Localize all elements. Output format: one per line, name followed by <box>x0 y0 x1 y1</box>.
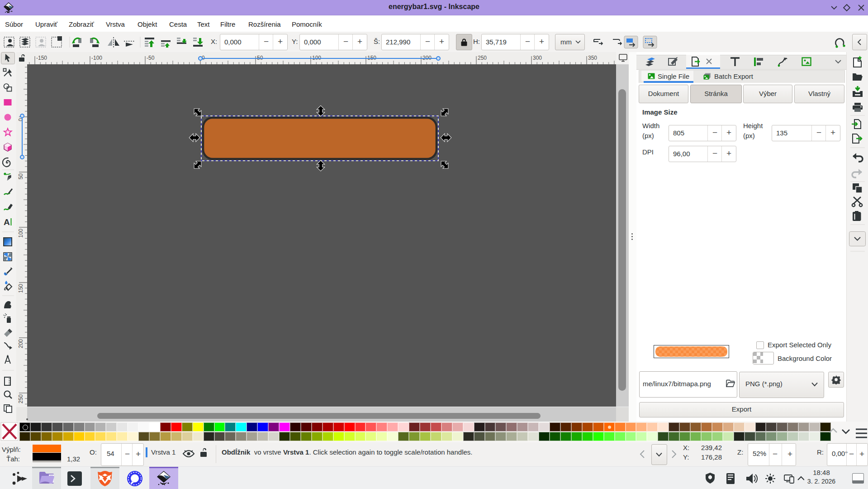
svg-text:250: 250 <box>478 55 487 61</box>
svg-text:-50: -50 <box>147 55 155 61</box>
svg-text:-100: -100 <box>91 55 102 61</box>
svg-text:250: 250 <box>18 394 24 403</box>
svg-text:100: 100 <box>18 229 24 238</box>
svg-text:300: 300 <box>533 55 542 61</box>
svg-text:-150: -150 <box>36 55 47 61</box>
svg-text:0: 0 <box>18 118 24 121</box>
svg-text:50: 50 <box>18 173 24 180</box>
svg-text:A: A <box>4 217 10 227</box>
svg-text:150: 150 <box>18 284 24 293</box>
svg-text:200: 200 <box>18 339 24 348</box>
svg-text:350: 350 <box>588 55 597 61</box>
